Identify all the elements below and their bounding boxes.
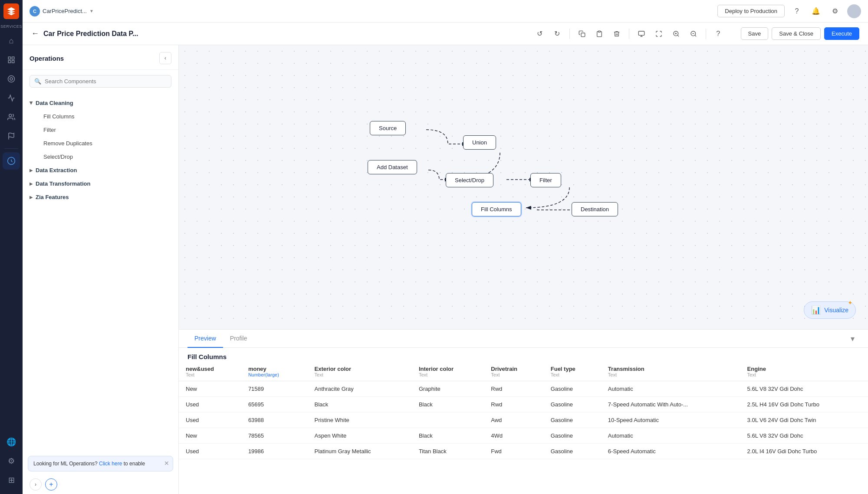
icon-rail: Services ⌂ 🌐 ⚙ ⊞ (0, 0, 23, 494)
search-input[interactable] (45, 78, 167, 85)
arrow-filter-fillcolumns (526, 187, 569, 208)
col-interior-color: Interior colorText (412, 362, 484, 381)
table-cell: 7-Speed Automatic With Auto-... (601, 397, 740, 412)
ml-tip-banner: Looking for ML Operations? Click here to… (28, 456, 173, 471)
back-btn[interactable]: ← (31, 29, 39, 38)
pipeline-canvas[interactable]: Source Add Dataset Union Select/Drop Fil… (179, 45, 868, 329)
rail-flag-btn[interactable] (3, 128, 20, 145)
table-cell: Black (412, 397, 484, 412)
table-cell: 5.6L V8 32V Gdi Dohc (740, 428, 868, 444)
rail-divider (4, 148, 18, 149)
search-box: 🔍 (30, 75, 171, 88)
panel-add-btn[interactable]: + (45, 478, 57, 491)
table-cell: Pristine White (308, 412, 412, 428)
services-label: Services (0, 24, 22, 29)
node-add-dataset[interactable]: Add Dataset (368, 160, 417, 174)
svg-line-18 (695, 35, 696, 36)
zoom-out-btn[interactable] (687, 27, 700, 41)
copy-btn[interactable] (575, 27, 589, 41)
delete-btn[interactable] (610, 27, 624, 41)
redo-btn[interactable]: ↻ (550, 27, 564, 41)
panel-collapse-left-btn[interactable]: › (30, 478, 42, 491)
table-cell: Awd (484, 412, 543, 428)
node-destination[interactable]: Destination (572, 202, 618, 216)
data-cleaning-caret: ▶ (29, 101, 34, 105)
node-union[interactable]: Union (463, 135, 496, 150)
main-area: C CarPricePredict... ▼ Deploy to Product… (23, 0, 868, 494)
section-data-extraction[interactable]: ▶ Data Extraction (23, 164, 178, 177)
save-btn[interactable]: Save (741, 27, 769, 40)
rail-home-btn[interactable]: ⌂ (3, 32, 20, 49)
data-table: new&usedText moneyNumber(large) Exterior… (179, 362, 868, 459)
section-data-transformation[interactable]: ▶ Data Transformation (23, 177, 178, 190)
section-zia-features[interactable]: ▶ Zia Features (23, 190, 178, 204)
zoom-in-btn[interactable] (669, 27, 683, 41)
canvas-area: Source Add Dataset Union Select/Drop Fil… (179, 45, 868, 494)
table-body: New71589Anthracite GrayGraphiteRwdGasoli… (179, 381, 868, 459)
rail-analytics-btn[interactable] (3, 152, 20, 170)
svg-rect-10 (638, 31, 644, 35)
visualize-sparkle: ✦ (848, 299, 853, 306)
item-remove-duplicates[interactable]: Remove Duplicates (36, 137, 178, 150)
help-canvas-btn[interactable]: ? (711, 27, 725, 41)
svg-rect-8 (581, 33, 585, 37)
rail-data-btn[interactable] (3, 70, 20, 88)
notifications-btn[interactable]: 🔔 (809, 4, 823, 18)
item-filter[interactable]: Filter (36, 123, 178, 137)
node-select-drop[interactable]: Select/Drop (446, 173, 493, 187)
preview-tabs: Preview Profile ▾ (179, 330, 868, 348)
visualize-icon: 📊 (811, 305, 821, 315)
toolbar-sep-2 (629, 29, 629, 39)
user-avatar[interactable] (847, 4, 861, 18)
rail-flow-btn[interactable] (3, 89, 20, 107)
col-engine: EngineText (740, 362, 868, 381)
svg-point-6 (9, 114, 12, 117)
fit-btn[interactable] (652, 27, 666, 41)
table-row: Used63988Pristine WhiteAwdGasoline10-Spe… (179, 412, 868, 428)
node-source[interactable]: Source (370, 121, 406, 135)
svg-rect-9 (598, 31, 600, 32)
table-cell: Used (179, 412, 241, 428)
visualize-btn[interactable]: 📊 Visualize ✦ (804, 301, 856, 319)
svg-rect-2 (8, 61, 10, 63)
node-filter[interactable]: Filter (530, 173, 561, 187)
collapse-panel-btn[interactable]: ‹ (159, 52, 171, 64)
rail-globe-btn[interactable]: 🌐 (3, 433, 20, 451)
table-cell: Gasoline (544, 444, 601, 459)
rail-layers-btn[interactable] (3, 51, 20, 69)
section-data-cleaning[interactable]: ▶ Data Cleaning (23, 96, 178, 110)
body-split: Operations ‹ 🔍 ▶ Data Cleaning Fill Colu… (23, 45, 868, 494)
svg-rect-3 (12, 61, 14, 63)
node-fill-columns[interactable]: Fill Columns (472, 202, 521, 216)
item-select-drop[interactable]: Select/Drop (36, 150, 178, 164)
save-close-btn[interactable]: Save & Close (772, 27, 821, 40)
rail-users-btn[interactable] (3, 108, 20, 126)
help-btn[interactable]: ? (790, 4, 804, 18)
ml-tip-link[interactable]: Click here (99, 461, 122, 467)
settings-btn[interactable]: ⚙ (828, 4, 842, 18)
table-cell: New (179, 428, 241, 444)
svg-line-14 (677, 35, 679, 36)
tab-profile[interactable]: Profile (223, 330, 254, 348)
tab-preview[interactable]: Preview (187, 330, 223, 348)
table-cell: Gasoline (544, 412, 601, 428)
table-cell: 4Wd (484, 428, 543, 444)
col-fuel-type: Fuel typeText (544, 362, 601, 381)
item-fill-columns[interactable]: Fill Columns (36, 110, 178, 123)
project-selector[interactable]: C CarPricePredict... ▼ (30, 6, 94, 16)
rail-settings-btn[interactable]: ⚙ (3, 452, 20, 470)
deploy-btn[interactable]: Deploy to Production (717, 5, 785, 17)
ml-tip-close-btn[interactable]: ✕ (164, 460, 169, 467)
table-header: new&usedText moneyNumber(large) Exterior… (179, 362, 868, 381)
undo-btn[interactable]: ↺ (533, 27, 547, 41)
visualize-label: Visualize (824, 307, 848, 314)
col-new-used: new&usedText (179, 362, 241, 381)
execute-btn[interactable]: Execute (824, 27, 859, 40)
preview-expand-btn[interactable]: ▾ (845, 332, 859, 346)
paste-btn[interactable] (592, 27, 606, 41)
rail-grid-btn[interactable]: ⊞ (3, 471, 20, 489)
table-cell: Used (179, 444, 241, 459)
data-transformation-caret: ▶ (30, 181, 33, 186)
data-transformation-label: Data Transformation (36, 180, 90, 187)
fullscreen-btn[interactable] (635, 27, 648, 41)
